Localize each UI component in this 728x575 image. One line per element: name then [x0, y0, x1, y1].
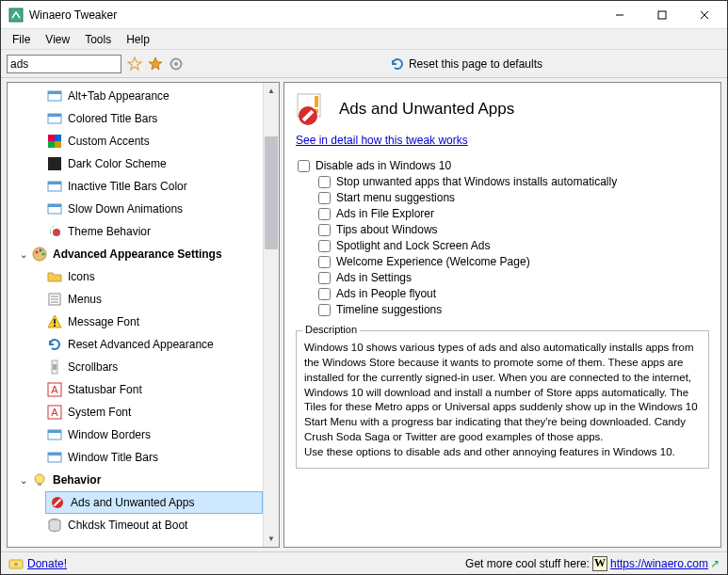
tree-item[interactable]: Chkdsk Timeout at Boot	[8, 514, 263, 536]
tree-item[interactable]: Window Borders	[8, 423, 263, 446]
svg-rect-11	[48, 135, 55, 141]
tree-category[interactable]: ⌄Advanced Appearance Settings	[8, 243, 263, 265]
check-option[interactable]: Ads in People flyout	[318, 287, 709, 300]
check-option[interactable]: Stop unwanted apps that Windows installs…	[318, 175, 709, 188]
tree-item[interactable]: Alt+Tab Appearance	[8, 85, 263, 107]
window-icon	[47, 427, 62, 442]
folder-icon	[47, 269, 62, 284]
window-icon	[47, 201, 62, 216]
check-option-box[interactable]	[318, 256, 331, 268]
detail-link[interactable]: See in detail how this tweak works	[296, 134, 709, 147]
options-group: Disable ads in Windows 10 Stop unwanted …	[298, 156, 709, 319]
menu-help[interactable]: Help	[119, 31, 157, 48]
chevron-down-icon[interactable]: ⌄	[17, 475, 30, 486]
scroll-up-button[interactable]: ▲	[264, 83, 279, 99]
check-option-label: Tips about Windows	[336, 223, 438, 236]
svg-rect-32	[53, 364, 57, 370]
check-option-box[interactable]	[318, 304, 331, 316]
scroll-track[interactable]	[264, 99, 279, 531]
gear-icon[interactable]	[169, 56, 184, 72]
scroll-thumb[interactable]	[265, 136, 278, 249]
close-button[interactable]	[683, 2, 725, 28]
promo-text: Get more cool stuff here:	[465, 557, 590, 570]
check-option-box[interactable]	[318, 192, 331, 204]
favorite-star-filled-icon[interactable]	[148, 56, 163, 72]
description-label: Description	[302, 324, 360, 335]
tree-item[interactable]: Theme Behavior	[8, 220, 263, 243]
check-option[interactable]: Ads in File Explorer	[318, 207, 709, 220]
check-option[interactable]: Tips about Windows	[318, 223, 709, 236]
tree-item-label: Icons	[68, 270, 95, 283]
svg-rect-42	[38, 483, 41, 486]
check-option-box[interactable]	[318, 288, 331, 300]
bulb-icon	[32, 472, 47, 487]
check-option-label: Timeline suggestions	[336, 303, 442, 316]
chevron-down-icon[interactable]: ⌄	[17, 249, 30, 260]
app-icon	[8, 8, 24, 23]
tree-item-label: Custom Accents	[68, 135, 150, 148]
check-option-box[interactable]	[318, 240, 331, 252]
donate-icon	[8, 556, 24, 571]
search-input[interactable]	[7, 55, 121, 73]
check-main[interactable]: Disable ads in Windows 10	[298, 159, 709, 172]
tree-item-label: Scrollbars	[68, 360, 118, 374]
check-main-box[interactable]	[298, 160, 310, 172]
tree-scrollbar[interactable]: ▲ ▼	[263, 83, 279, 547]
donate-link[interactable]: Donate!	[27, 557, 67, 570]
tree-item[interactable]: ASystem Font	[8, 401, 263, 423]
svg-point-24	[42, 253, 45, 256]
check-option[interactable]: Start menu suggestions	[318, 191, 709, 204]
menu-file[interactable]: File	[5, 31, 38, 48]
tree-item[interactable]: AStatusbar Font	[8, 378, 263, 401]
tree-item[interactable]: Message Font	[8, 311, 263, 333]
tree-item-label: Message Font	[68, 315, 139, 328]
check-option[interactable]: Ads in Settings	[318, 271, 709, 284]
tree-item-label: Colored Title Bars	[68, 112, 157, 125]
favorite-star-outline-icon[interactable]	[127, 56, 142, 72]
tree-item[interactable]: Ads and Unwanted Apps	[45, 491, 263, 514]
tree-item[interactable]: Scrollbars	[8, 356, 263, 378]
detail-header: Ads and Unwanted Apps	[296, 92, 709, 126]
promo-link[interactable]: https://winaero.com	[610, 557, 708, 570]
tree-item[interactable]: Slow Down Animations	[8, 198, 263, 220]
svg-rect-47	[315, 96, 318, 107]
window-icon	[47, 88, 62, 104]
check-option[interactable]: Spotlight and Lock Screen Ads	[318, 239, 709, 252]
reset-icon	[390, 56, 405, 72]
tree-item[interactable]: Window Title Bars	[8, 446, 263, 469]
svg-rect-12	[55, 135, 61, 141]
check-option[interactable]: Timeline suggestions	[318, 303, 709, 316]
svg-point-52	[14, 562, 18, 566]
menubar: File View Tools Help	[1, 29, 727, 50]
reset-page-button[interactable]: Reset this page to defaults	[390, 56, 542, 72]
check-option-box[interactable]	[318, 176, 331, 188]
tree-item[interactable]: Menus	[8, 288, 263, 311]
tree-item[interactable]: Custom Accents	[8, 130, 263, 152]
tree-item[interactable]: Colored Title Bars	[8, 107, 263, 130]
tree-item[interactable]: Dark Color Scheme	[8, 152, 263, 175]
minimize-button[interactable]	[598, 2, 640, 28]
tree-item[interactable]: Inactive Title Bars Color	[8, 175, 263, 198]
svg-rect-0	[9, 8, 23, 22]
svg-point-6	[174, 62, 178, 66]
check-option-box[interactable]	[318, 208, 331, 220]
maximize-button[interactable]	[640, 2, 683, 28]
settings-tree[interactable]: Alt+Tab AppearanceColored Title BarsCust…	[8, 83, 263, 547]
check-option[interactable]: Welcome Experience (Welcome Page)	[318, 255, 709, 268]
tree-item-label: Dark Color Scheme	[68, 157, 167, 170]
tree-category[interactable]: ⌄Behavior	[8, 469, 263, 491]
check-option-box[interactable]	[318, 224, 331, 236]
check-option-box[interactable]	[318, 272, 331, 284]
tree-item-label: Ads and Unwanted Apps	[71, 496, 194, 509]
tree-item-label: Chkdsk Timeout at Boot	[68, 519, 187, 532]
menu-tools[interactable]: Tools	[77, 31, 119, 48]
menu-view[interactable]: View	[38, 31, 77, 48]
check-option-label: Spotlight and Lock Screen Ads	[336, 239, 490, 252]
tree-item[interactable]: Reset Advanced Appearance	[8, 333, 263, 356]
svg-rect-14	[55, 141, 61, 148]
tree-item[interactable]: Icons	[8, 265, 263, 288]
scroll-icon	[47, 359, 62, 375]
tree-item-label: Window Borders	[68, 428, 151, 441]
scroll-down-button[interactable]: ▼	[264, 531, 279, 547]
svg-rect-38	[48, 430, 61, 433]
